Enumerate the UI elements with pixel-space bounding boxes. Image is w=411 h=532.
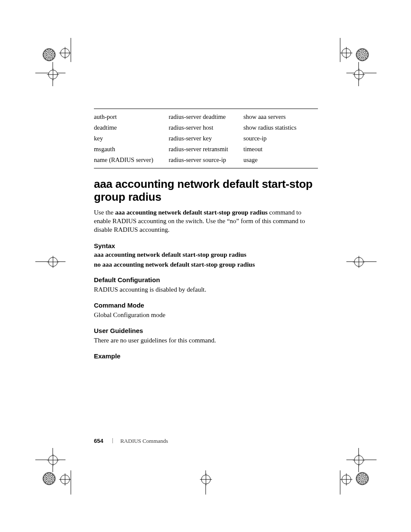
page-title: aaa accounting network default start-sto… [94,178,318,204]
page-footer: 654 RADIUS Commands [94,438,168,445]
syntax-line-2: no aaa accounting network default start-… [94,261,318,268]
footer-separator [112,438,113,443]
table-cell: radius-server deadtime [168,109,243,123]
crop-register-icon [354,257,364,267]
crop-register-icon [60,475,70,484]
crop-line [71,470,71,495]
table-cell: radius-server retransmit [168,144,243,155]
page-body: auth-port radius-server deadtime show aa… [94,109,318,361]
table-cell: key [94,133,168,144]
table-row: key radius-server key source-ip [94,133,318,144]
crop-pattern-icon [356,48,369,61]
page-number: 654 [94,438,103,444]
intro-paragraph: Use the aaa accounting network default s… [94,208,318,234]
crop-register-icon [342,475,351,484]
table-cell: show aaa servers [243,109,318,123]
table-cell: msgauth [94,144,168,155]
table-cell: radius-server host [168,122,243,133]
crop-register-icon [48,70,58,79]
crop-line [53,448,53,472]
intro-command-bold: aaa accounting network default start-sto… [115,209,268,216]
crop-line [35,261,65,262]
crop-line [35,73,65,73]
table-cell: radius-server key [168,133,243,144]
crop-line [358,62,359,86]
syntax-line-1: aaa accounting network default start-sto… [94,251,318,258]
crop-register-icon [354,455,364,465]
crop-register-icon [201,475,211,484]
crop-line [346,460,377,460]
default-config-body: RADIUS accounting is disabled by default… [94,285,318,294]
table-cell: source-ip [243,133,318,144]
crop-line [340,38,340,62]
user-guidelines-heading: User Guidelines [94,327,318,334]
example-heading: Example [94,352,318,360]
table-cell: radius-server source-ip [168,155,243,168]
intro-prefix: Use the [94,209,115,216]
table-row: deadtime radius-server host show radius … [94,122,318,133]
table-row: msgauth radius-server retransmit timeout [94,144,318,155]
crop-register-icon [342,48,351,58]
crop-register-icon [48,455,58,465]
table-cell: show radius statistics [243,122,318,133]
crop-pattern-icon [356,472,369,485]
crop-pattern-icon [43,472,56,485]
crop-line [346,261,377,262]
crop-line [340,470,340,495]
default-config-heading: Default Configuration [94,276,318,283]
table-cell: usage [243,155,318,168]
crop-register-icon [48,257,58,267]
crop-line [71,38,71,62]
crop-pattern-icon [43,48,56,61]
crop-register-icon [354,70,364,79]
table-cell: name (RADIUS server) [94,155,168,168]
table-cell: auth-port [94,109,168,123]
crop-line [358,448,359,472]
table-row: name (RADIUS server) radius-server sourc… [94,155,318,168]
crop-register-icon [60,48,70,58]
syntax-heading: Syntax [94,242,318,249]
crop-line [35,460,65,460]
crop-line [206,470,206,495]
table-cell: timeout [243,144,318,155]
user-guidelines-body: There are no user guidelines for this co… [94,336,318,345]
footer-section: RADIUS Commands [120,438,168,444]
command-index-table: auth-port radius-server deadtime show aa… [94,109,318,168]
crop-line [346,73,377,73]
command-mode-body: Global Configuration mode [94,311,318,319]
crop-line [53,62,53,86]
table-cell: deadtime [94,122,168,133]
table-row: auth-port radius-server deadtime show aa… [94,109,318,123]
command-mode-heading: Command Mode [94,302,318,309]
